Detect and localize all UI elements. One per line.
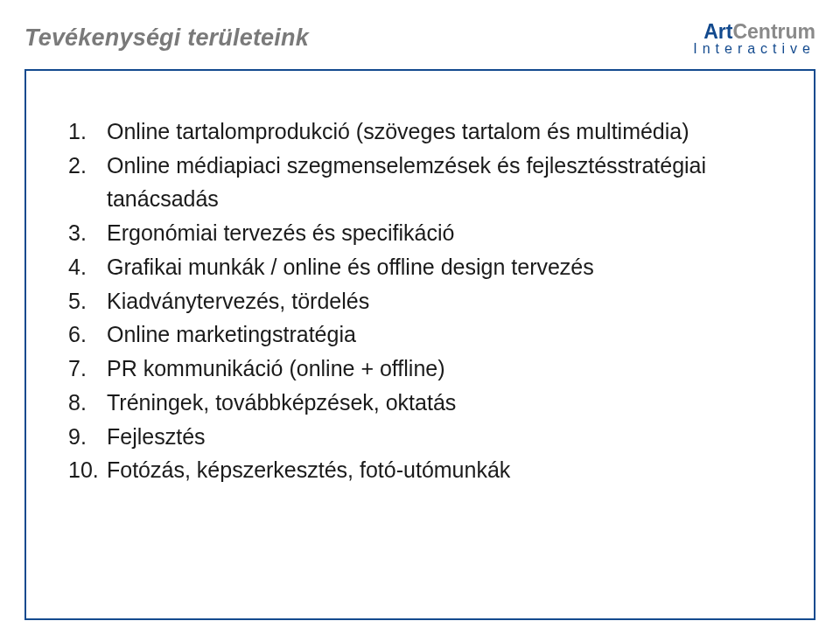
list-number: 7. [68, 352, 107, 386]
content-frame: 1. Online tartalomprodukció (szöveges ta… [24, 69, 816, 620]
list-number: 1. [68, 115, 107, 149]
slide: Tevékenységi területeink ArtCentrum Inte… [0, 0, 840, 628]
list-text: PR kommunikáció (online + offline) [107, 352, 772, 386]
list-item: 5. Kiadványtervezés, tördelés [68, 284, 772, 318]
logo: ArtCentrum Interactive [691, 21, 816, 57]
list-item: 10. Fotózás, képszerkesztés, fotó-utómun… [68, 453, 772, 487]
list-number: 10. [68, 453, 107, 487]
page-title: Tevékenységi területeink [24, 24, 309, 52]
logo-text-art: Art [704, 20, 732, 43]
list-number: 9. [68, 420, 107, 454]
list-subline: tanácsadás [68, 182, 772, 216]
list-text: Fejlesztés [107, 420, 772, 454]
logo-top: ArtCentrum [691, 21, 816, 42]
list-item: 7. PR kommunikáció (online + offline) [68, 352, 772, 386]
list-item: 9. Fejlesztés [68, 420, 772, 454]
list-number: 3. [68, 216, 107, 250]
list-text: Online médiapiaci szegmenselemzések és f… [107, 149, 772, 183]
list-item: 2. Online médiapiaci szegmenselemzések é… [68, 149, 772, 183]
list-text: Tréningek, továbbképzések, oktatás [107, 386, 772, 420]
list-text: Online marketingstratégia [107, 317, 772, 352]
list-text: Online tartalomprodukció (szöveges tarta… [107, 115, 772, 149]
logo-subtext: Interactive [693, 42, 816, 57]
list-number: 5. [68, 284, 107, 318]
list-number: 2. [68, 149, 107, 183]
list-text: Kiadványtervezés, tördelés [107, 284, 772, 318]
list-text: Ergonómiai tervezés és specifikáció [107, 216, 772, 250]
list-text: Fotózás, képszerkesztés, fotó-utómunkák [107, 453, 772, 487]
list-number: 8. [68, 386, 107, 420]
header: Tevékenységi területeink ArtCentrum Inte… [24, 23, 816, 57]
list-item: 3. Ergonómiai tervezés és specifikáció [68, 216, 772, 250]
logo-text-centrum: Centrum [732, 20, 816, 43]
list-item: 4. Grafikai munkák / online és offline d… [68, 250, 772, 284]
list-item: 6. Online marketingstratégia [68, 317, 772, 352]
list-item: 1. Online tartalomprodukció (szöveges ta… [68, 115, 772, 149]
activity-list: 1. Online tartalomprodukció (szöveges ta… [68, 115, 772, 487]
list-number: 6. [68, 317, 107, 352]
list-text: Grafikai munkák / online és offline desi… [107, 250, 772, 284]
list-item: 8. Tréningek, továbbképzések, oktatás [68, 386, 772, 420]
list-number: 4. [68, 250, 107, 284]
